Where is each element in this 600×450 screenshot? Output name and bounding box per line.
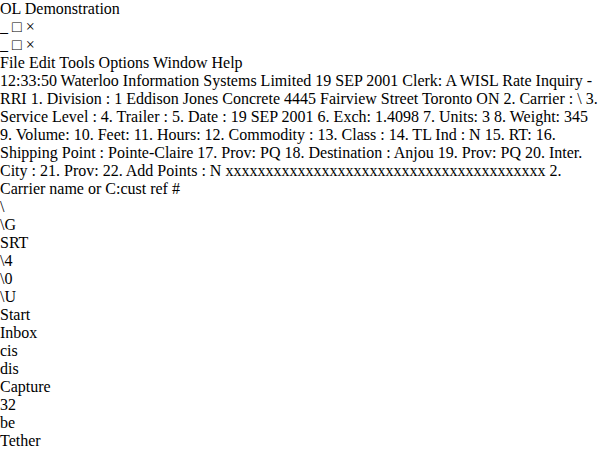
start-label: Start — [0, 306, 30, 323]
trailer-label: 4. Trailer : — [101, 108, 168, 125]
exch-value[interactable]: 1.4098 — [375, 108, 419, 125]
menu-file[interactable]: File — [0, 54, 25, 71]
hours-label: 11. Hours: — [134, 126, 201, 143]
add-points-label: 22. Add Points : — [103, 162, 206, 179]
weight-value[interactable]: 345 — [564, 108, 588, 125]
terminal-time: 12:33:50 — [0, 72, 57, 89]
taskbar-button[interactable]: Capture 32 — [0, 378, 48, 414]
volume-label: 9. Volume: — [0, 126, 70, 143]
prov17-value[interactable]: PQ — [260, 144, 280, 161]
app-window: _ □ × _ □ × File Edit Tools Options Wind… — [0, 18, 600, 450]
taskbar-button-label: dis — [0, 360, 19, 377]
destination-value[interactable]: Anjou — [394, 144, 434, 161]
session-maximize-icon[interactable]: □ — [12, 36, 22, 53]
units-label: 7. Units: — [423, 108, 478, 125]
session-titlebar[interactable]: _ □ × — [0, 36, 600, 54]
session-minimize-icon[interactable]: _ — [0, 36, 8, 53]
taskbar-button-label: Tether — [0, 432, 41, 449]
feet-label: 10. Feet: — [74, 126, 130, 143]
prov17-label: 17. Prov: — [197, 144, 256, 161]
maximize-icon[interactable]: □ — [12, 18, 22, 35]
menu-window[interactable]: Window — [153, 54, 207, 71]
taskbar-button[interactable]: Tether — [0, 432, 38, 450]
menu-tools[interactable]: Tools — [59, 54, 94, 71]
taskbar: Start Inbox cis dis Capture 32 be — [0, 306, 600, 450]
fkey-field-5[interactable]: \0 — [0, 270, 600, 288]
taskbar-button-label: Capture 32 — [0, 378, 51, 413]
prov19-value[interactable]: PQ — [500, 144, 520, 161]
terminal-clerk: Clerk: A WISL — [402, 72, 498, 89]
terminal-screen[interactable]: 12:33:50 Waterloo Information Systems Li… — [0, 72, 600, 306]
taskbar-button[interactable]: dis — [0, 360, 32, 378]
fkey-field-1[interactable]: \ — [0, 198, 600, 216]
session-close-icon[interactable]: × — [26, 36, 35, 53]
carrier-label: 2. Carrier : — [503, 90, 573, 107]
prov21-label: 21. Prov: — [40, 162, 99, 179]
window-titlebar[interactable]: _ □ × — [0, 18, 600, 36]
taskbar-button[interactable]: be — [0, 414, 30, 432]
taskbar-button[interactable]: cis — [0, 342, 32, 360]
slide-title: OL Demonstration — [0, 0, 120, 17]
units-value[interactable]: 3 — [482, 108, 490, 125]
destination-label: 18. Destination : — [284, 144, 390, 161]
terminal-date: 19 SEP 2001 — [315, 72, 398, 89]
menu-help[interactable]: Help — [211, 54, 242, 71]
menu-edit[interactable]: Edit — [29, 54, 56, 71]
taskbar-button[interactable]: Inbox — [0, 324, 40, 342]
class-label: 13. Class : — [318, 126, 385, 143]
slide-title-box: OL Demonstration — [0, 0, 600, 18]
prov19-label: 19. Prov: — [438, 144, 497, 161]
date-label: 5. Date : — [172, 108, 227, 125]
menu-bar: File Edit Tools Options Window Help — [0, 54, 600, 72]
carrier-cursor[interactable]: \ — [577, 90, 581, 107]
taskbar-button-label: be — [0, 414, 15, 431]
commodity-label: 12. Commodity : — [205, 126, 314, 143]
weight-label: 8. Weight: — [494, 108, 560, 125]
terminal-company: Waterloo Information Systems Limited — [61, 72, 312, 89]
add-points-value[interactable]: N — [210, 162, 222, 179]
start-button[interactable]: Start — [0, 306, 600, 324]
date-value[interactable]: 19 SEP 2001 — [231, 108, 314, 125]
close-icon[interactable]: × — [26, 18, 35, 35]
fkey-field-2[interactable]: \G — [0, 216, 600, 234]
exch-label: 6. Exch: — [318, 108, 371, 125]
fkey-field-4[interactable]: \4 — [0, 252, 600, 270]
division-label: 1. Division : — [31, 90, 111, 107]
tl-ind-label: 14. TL Ind : — [389, 126, 465, 143]
fkey-field-6[interactable]: \U — [0, 288, 600, 306]
menu-options[interactable]: Options — [99, 54, 150, 71]
rt-label: 15. RT: — [485, 126, 532, 143]
shipping-point-value[interactable]: Pointe-Claire — [108, 144, 193, 161]
tl-ind-value[interactable]: N — [469, 126, 481, 143]
minimize-icon[interactable]: _ — [0, 18, 8, 35]
division-value[interactable]: 1 Eddison Jones Concrete 4445 Fairview S… — [114, 90, 499, 107]
taskbar-button-label: Inbox — [0, 324, 37, 341]
taskbar-button-label: cis — [0, 342, 18, 359]
fkey-field-3[interactable]: SRT — [0, 234, 600, 252]
slide: OL Demonstration _ □ × _ □ × File Edit T… — [0, 0, 600, 450]
